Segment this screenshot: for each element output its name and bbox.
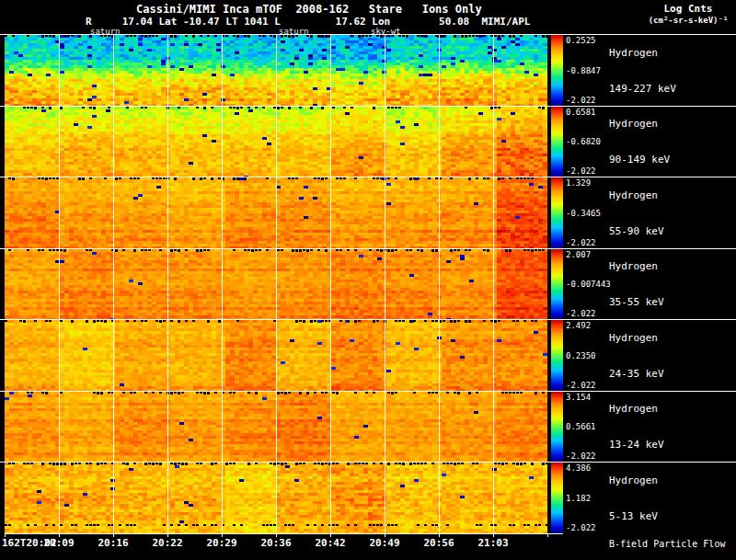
x-axis-label: 20:29 — [206, 537, 236, 549]
species-energy-range: 149-227 keV — [609, 83, 676, 95]
spectrogram-panel: 4.386 1.182 -2.022 Hydrogen 5-13 keV — [0, 462, 736, 533]
species-label: Hydrogen 5-13 keV — [609, 451, 658, 546]
species-name: Hydrogen — [609, 47, 676, 59]
species-name: Hydrogen — [609, 474, 658, 486]
colorbar-tick-min: -2.022 — [566, 451, 596, 461]
x-axis-label: 20:36 — [260, 537, 291, 549]
colorbar-units: Log Cnts (cm²-sr-s-keV)⁻¹ — [644, 3, 732, 25]
plot-title: Cassini/MIMI Inca mTOF 2008-162 Stare Io… — [136, 3, 482, 16]
colorbar-canvas — [551, 35, 563, 106]
species-energy-range: 35-55 keV — [609, 296, 664, 308]
colorbar-tick-max: 4.386 — [566, 463, 591, 473]
colorbar-tick-mid: -0.3465 — [566, 209, 601, 218]
colorbar-canvas — [551, 320, 563, 391]
colorbar-canvas — [551, 463, 563, 533]
bfield-flow-label: B-field Particle Flow — [609, 539, 725, 549]
colorbar-tick-mid: 0.2350 — [566, 351, 596, 360]
species-name: Hydrogen — [609, 260, 664, 272]
colorbar-tick-min: -2.022 — [566, 309, 596, 318]
x-axis-label: 21:03 — [477, 537, 508, 549]
colorbar-tick-min: -2.022 — [566, 238, 596, 247]
species-name: Hydrogen — [609, 189, 664, 201]
species-name: Hydrogen — [609, 118, 670, 130]
species-energy-range: 90-149 keV — [609, 154, 670, 166]
colorbar-tick-min: -2.022 — [566, 166, 596, 176]
colorbar-tick-mid: -0.6820 — [566, 137, 601, 146]
colorbar-tick-max: 0.2525 — [566, 36, 596, 45]
colorbar-tick-mid: 1.182 — [566, 494, 591, 503]
heatmap-canvas — [5, 107, 547, 177]
x-axis-label: 20:49 — [369, 537, 399, 549]
x-axis-line — [5, 533, 563, 534]
colorbar-canvas — [551, 249, 563, 319]
colorbar-canvas — [551, 107, 563, 177]
colorbar-canvas — [551, 177, 563, 248]
species-energy-range: 5-13 keV — [609, 510, 658, 522]
species-energy-range: 55-90 keV — [609, 225, 664, 237]
x-axis-label: 20:22 — [152, 537, 182, 549]
colorbar-tick-min: -2.022 — [566, 96, 596, 105]
heatmap-canvas — [5, 249, 547, 319]
heatmap-canvas — [5, 320, 547, 391]
heatmap-canvas — [5, 463, 547, 533]
x-axis-label: 20:56 — [423, 537, 454, 549]
species-energy-range: 24-35 keV — [609, 368, 664, 380]
species-name: Hydrogen — [609, 332, 664, 344]
colorbar-tick-min: -2.022 — [566, 381, 596, 390]
colorbar-tick-max: 0.6581 — [566, 108, 596, 117]
colorbar-tick-max: 2.492 — [566, 321, 591, 330]
heatmap-canvas — [5, 177, 547, 248]
colorbar-tick-mid: 0.5661 — [566, 422, 596, 431]
colorbar-tick-max: 1.329 — [566, 178, 591, 188]
colorbar-tick-min: -2.022 — [566, 523, 596, 532]
colorbar-tick-max: 3.154 — [566, 393, 591, 402]
x-axis-label: 20:42 — [315, 537, 345, 549]
x-axis-label: 20:09 — [43, 537, 74, 549]
x-axis-tick-mark — [547, 534, 548, 537]
colorbar-tick-mid: -0.8847 — [566, 66, 601, 75]
colorbar-canvas — [551, 392, 563, 462]
colorbar-tick-mid: -0.007443 — [566, 280, 611, 289]
species-energy-range: 13-24 keV — [609, 439, 664, 451]
heatmap-canvas — [5, 392, 547, 462]
cassini-mimi-spectrogram: Cassini/MIMI Inca mTOF 2008-162 Stare Io… — [0, 0, 736, 560]
colorbar-units-line1: Log Cnts — [644, 3, 732, 15]
species-name: Hydrogen — [609, 403, 664, 415]
heatmap-canvas — [5, 35, 547, 106]
x-axis-label: 20:16 — [98, 537, 128, 549]
colorbar-tick-max: 2.007 — [566, 250, 591, 259]
